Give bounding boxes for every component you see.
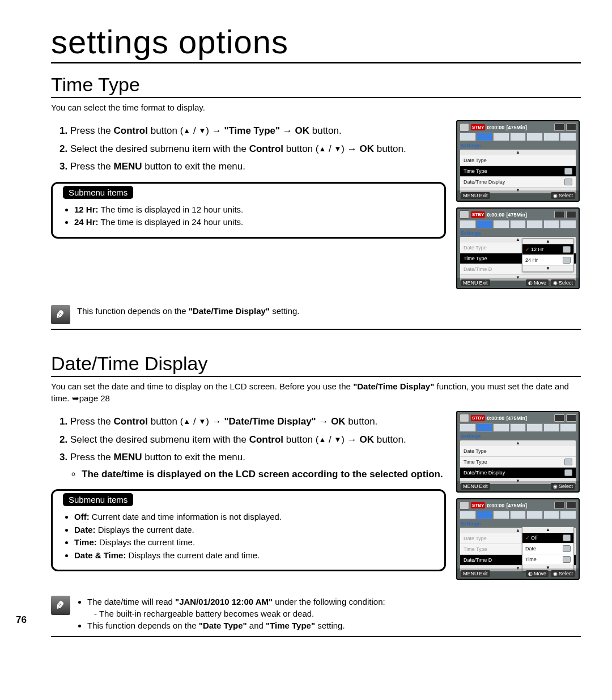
lcd-screenshot-timetype-menu: STBY 0:00:00 [475Min] Settings ▲ <box>456 120 580 202</box>
tab-icon <box>493 511 509 519</box>
tab-icon <box>543 511 560 519</box>
down-triangle-icon: ▼ <box>334 434 341 446</box>
camcorder-icon <box>460 123 469 131</box>
tab-icon <box>560 511 576 519</box>
up-triangle-icon: ▲ <box>183 125 190 137</box>
section1-steps: Press the Control button (▲ / ▼) → "Time… <box>51 124 446 174</box>
tab-icon <box>543 133 560 141</box>
lcd-screenshot-datetime-options: STBY 0:00:00 [475Min] Settings ▲ <box>456 498 580 580</box>
battery-icon <box>566 502 576 509</box>
settings-heading: Settings <box>457 142 579 150</box>
down-triangle-icon: ▼ <box>198 125 206 137</box>
ok-dot-icon: ◉ <box>553 193 558 198</box>
card-icon <box>554 211 564 218</box>
tab-icon <box>510 423 526 432</box>
camcorder-icon <box>460 501 469 510</box>
tab-icon <box>460 133 476 141</box>
section-time-type-title: Time Type <box>51 74 581 98</box>
menu-button-icon: MENU <box>463 193 478 198</box>
popup-scroll-up-icon: ▲ <box>522 239 573 244</box>
tab-icon <box>460 511 476 519</box>
submenu-tab: Submenu items <box>63 493 133 506</box>
up-triangle-icon: ▲ <box>318 143 326 155</box>
menu-scroll-up-icon: ▲ <box>460 150 576 155</box>
tab-icon <box>493 423 509 432</box>
section1-note: This function depends on the "Date/Time … <box>51 300 581 330</box>
page-number: 76 <box>16 614 27 626</box>
tab-icon <box>460 423 476 432</box>
check-icon: ✓ <box>525 247 530 252</box>
tab-icon <box>560 133 576 141</box>
ok-dot-icon: ◉ <box>553 483 558 489</box>
stby-badge: STBY <box>471 502 485 508</box>
tab-icon <box>526 220 543 228</box>
clock-icon <box>564 459 572 465</box>
stby-badge: STBY <box>471 415 485 421</box>
settings-heading: Settings <box>457 230 579 237</box>
calendar-icon <box>563 545 571 552</box>
ok-dot-icon: ◉ <box>553 571 558 576</box>
tab-icon <box>510 511 526 519</box>
tab-settings-icon <box>477 511 493 519</box>
tab-icon <box>510 220 526 228</box>
section2-intro: You can set the date and time to display… <box>51 380 581 404</box>
section1-intro: You can select the time format to displa… <box>51 101 581 113</box>
section1-submenu-box: Submenu items 12 Hr: The time is display… <box>51 182 446 239</box>
off-icon <box>564 469 572 476</box>
tab-settings-icon <box>477 220 493 228</box>
lcd-screenshot-timetype-options: STBY 0:00:00 [475Min] Settings ▲ <box>456 207 580 289</box>
clock-icon <box>563 257 571 264</box>
tab-icon <box>560 423 576 432</box>
down-triangle-icon: ▼ <box>198 416 206 427</box>
popup-scroll-down-icon: ▼ <box>522 266 573 271</box>
note-pencil-icon <box>51 596 70 615</box>
option-popup: ▲ ✓12 Hr 24 Hr ▼ <box>522 238 574 272</box>
clock-icon <box>564 168 572 175</box>
tab-icon <box>560 220 576 228</box>
tab-settings-icon <box>477 133 493 141</box>
tab-icon <box>493 220 509 228</box>
up-triangle-icon: ▲ <box>318 434 326 446</box>
card-icon <box>554 414 564 422</box>
battery-icon <box>566 211 576 218</box>
tab-icon <box>526 511 543 519</box>
off-icon <box>563 534 571 541</box>
move-dot-icon: ◐ <box>528 571 533 576</box>
section-datetime-title: Date/Time Display <box>51 353 581 377</box>
off-icon <box>564 179 572 185</box>
battery-icon <box>566 124 576 131</box>
camcorder-icon <box>460 414 469 422</box>
stby-badge: STBY <box>471 211 485 218</box>
section2-note: The date/time will read "JAN/01/2010 12:… <box>51 591 581 637</box>
ok-dot-icon: ◉ <box>553 280 558 286</box>
camcorder-icon <box>460 210 469 219</box>
menu-button-icon: MENU <box>463 280 478 286</box>
menu-scroll-up-icon: ▲ <box>460 440 576 446</box>
stby-badge: STBY <box>471 124 485 130</box>
tab-icon <box>526 423 543 432</box>
check-icon: ✓ <box>525 535 530 541</box>
tab-icon <box>510 133 526 141</box>
lcd-screenshot-datetime-menu: STBY 0:00:00 [475Min] Settings ▲ <box>456 411 580 493</box>
tab-icon <box>543 423 560 432</box>
clock-icon <box>563 246 571 253</box>
card-icon <box>554 124 564 131</box>
tab-icon <box>493 133 509 141</box>
tab-icon <box>543 220 560 228</box>
submenu-tab: Submenu items <box>63 186 133 199</box>
clock-icon <box>563 556 571 563</box>
tab-settings-icon <box>477 423 493 432</box>
up-triangle-icon: ▲ <box>183 416 190 427</box>
option-popup: ▲ ✓Off Date Time ▼ <box>522 527 574 571</box>
tab-icon <box>460 220 476 228</box>
menu-button-icon: MENU <box>463 483 478 489</box>
move-dot-icon: ◐ <box>528 280 533 286</box>
section2-steps: Press the Control button (▲ / ▼) → "Date… <box>51 414 446 481</box>
card-icon <box>554 502 564 509</box>
note-pencil-icon <box>51 305 70 324</box>
battery-icon <box>566 414 576 422</box>
settings-heading: Settings <box>457 433 579 440</box>
tab-icon <box>526 133 543 141</box>
menu-button-icon: MENU <box>463 571 478 576</box>
popup-scroll-up-icon: ▲ <box>522 527 573 533</box>
